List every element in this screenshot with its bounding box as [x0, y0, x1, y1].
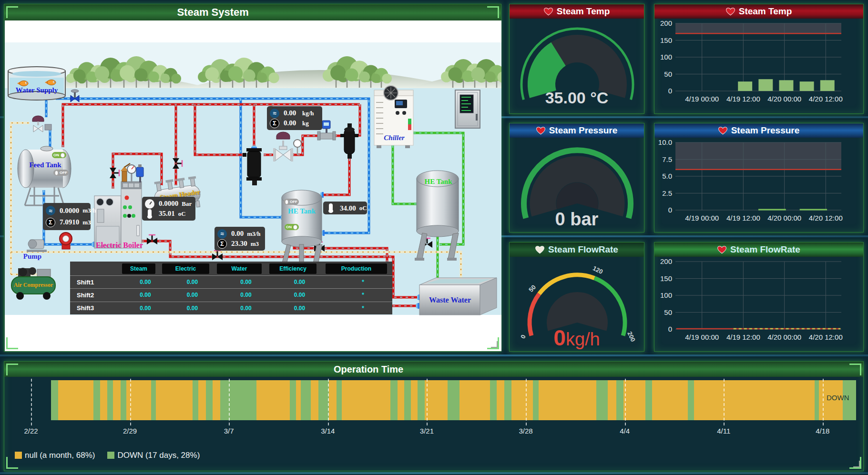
- timeline-segment: [198, 380, 206, 420]
- timeline-segment: [497, 380, 504, 420]
- svg-text:4/19 00:00: 4/19 00:00: [685, 333, 719, 341]
- table-header-Electric: Electric: [162, 263, 209, 274]
- feed-tank-off-switch[interactable]: OFF: [53, 170, 69, 176]
- table-header-Production: Production: [326, 263, 388, 274]
- sensor-box-boiler-status: 0.0000Bar35.01oC: [142, 197, 195, 221]
- chart-title-2: Steam FlowRate: [654, 243, 863, 257]
- timeline-segment: [533, 380, 539, 420]
- temp-icon: [145, 209, 154, 219]
- gauge-title-1: Steam Pressure: [510, 123, 644, 138]
- svg-text:50: 50: [527, 283, 537, 293]
- timeline-segment: [220, 380, 256, 420]
- timeline-segment: [418, 380, 425, 420]
- timeline-legend: null (a month, 68%)DOWN (17 days, 28%): [15, 451, 200, 460]
- chart-body-2: 0501001502004/19 00:004/19 12:004/20 00:…: [654, 257, 863, 351]
- svg-text:2.5: 2.5: [662, 189, 672, 197]
- timeline-date: 3/28: [519, 427, 532, 435]
- timeline-segment: [290, 380, 296, 420]
- gauge-title-0: Steam Temp: [510, 4, 644, 19]
- row-separator-3: [0, 354, 868, 356]
- heart-icon: [536, 127, 545, 135]
- timeline-date: 3/14: [321, 427, 335, 435]
- gauge-steam-temp-panel: Steam Temp35.00 °C: [509, 4, 644, 114]
- legend-item: DOWN (17 days, 28%): [107, 451, 200, 460]
- gauge-title-2: Steam FlowRate: [510, 243, 644, 257]
- he-tank-on-switch[interactable]: ON: [285, 224, 299, 230]
- svg-text:4/19 00:00: 4/19 00:00: [685, 214, 719, 222]
- timeline-segment: [596, 380, 608, 420]
- sensor-box-he-water-totals: ≈0.00m3/hΣ23.30m3: [214, 227, 265, 251]
- sum-icon: Σ: [270, 119, 279, 128]
- svg-text:4/19 12:00: 4/19 12:00: [726, 214, 760, 222]
- he-tank-off-switch[interactable]: OFF: [284, 199, 299, 205]
- timeline-segment: [490, 380, 497, 420]
- svg-text:4/19 12:00: 4/19 12:00: [726, 333, 760, 341]
- timeline-segment: [213, 380, 220, 420]
- timeline-date: 3/21: [420, 427, 434, 435]
- feed-tank-on-switch[interactable]: ON: [52, 152, 66, 158]
- table-row-Shift2: Shift20.000.000.000.00*: [70, 288, 392, 301]
- timeline-segment: [113, 380, 121, 420]
- timeline-segment: [206, 380, 213, 420]
- svg-text:0: 0: [668, 325, 672, 333]
- legend-item: null (a month, 68%): [15, 451, 95, 460]
- svg-text:4/20 00:00: 4/20 00:00: [767, 214, 801, 222]
- timeline-segment: [539, 380, 596, 420]
- svg-text:4/20 00:00: 4/20 00:00: [767, 95, 801, 103]
- steam-system-title: Steam System: [4, 4, 501, 20]
- water-supply-label: Water Supply: [9, 86, 65, 94]
- gauge-steam-flowrate-panel: Steam FlowRate0501202000kg/h: [509, 242, 644, 352]
- feed-tank-label: Feed Tank: [24, 161, 67, 169]
- operation-timeline: 2/222/293/73/143/213/284/44/114/18DOWNnu…: [4, 377, 863, 471]
- sensor-box-steam-flow-totals: ≈0.00kg/hΣ0.00kg: [267, 106, 322, 130]
- timeline-segment: [411, 380, 418, 420]
- chiller-label: Chiller: [375, 134, 413, 142]
- timeline-gridline: [229, 379, 230, 425]
- chart-title-1: Steam Pressure: [654, 123, 863, 138]
- sensor-box-feed-water-totals: ≈0.0000m3/hΣ7.0910m3: [43, 203, 91, 230]
- svg-text:200: 200: [660, 19, 672, 27]
- chart-steam-temp-panel: Steam Temp0501001502004/19 00:004/19 12:…: [654, 4, 864, 114]
- timeline-segment: [337, 380, 342, 420]
- chart-body-1: 02.55.07.510.04/19 00:004/19 12:004/20 0…: [654, 138, 863, 232]
- flow-icon: ≈: [46, 206, 55, 215]
- timeline-segment: [58, 380, 93, 420]
- timeline-date: 4/11: [717, 427, 730, 435]
- svg-text:0: 0: [668, 87, 672, 95]
- timeline-gridline: [31, 379, 32, 425]
- steam-system-panel: Steam System Water SupplyFeed TankPumpEl…: [4, 4, 501, 352]
- timeline-gridline: [526, 379, 527, 425]
- table-header-Efficiency: Efficiency: [269, 263, 317, 274]
- svg-text:4/20 12:00: 4/20 12:00: [809, 214, 843, 222]
- svg-text:150: 150: [660, 36, 672, 44]
- table-row-Shift3: Shift30.000.000.000.00*: [70, 302, 392, 314]
- sum-icon: Σ: [217, 239, 227, 249]
- timeline-segment: [256, 380, 290, 420]
- temp-icon: [326, 203, 336, 213]
- timeline-segment: [151, 380, 156, 420]
- svg-text:4/20 12:00: 4/20 12:00: [809, 333, 843, 341]
- down-label: DOWN: [827, 394, 849, 402]
- sum-icon: Σ: [46, 218, 55, 227]
- heart-icon: [544, 8, 553, 16]
- operation-time-panel: Operation Time 2/222/293/73/143/213/284/…: [4, 361, 864, 471]
- timeline-segment: [342, 380, 390, 420]
- svg-text:0: 0: [668, 206, 672, 214]
- svg-text:150: 150: [660, 274, 672, 283]
- chart-steam-pressure-panel: Steam Pressure02.55.07.510.04/19 00:004/…: [654, 123, 864, 232]
- timeline-segment: [616, 380, 623, 420]
- flow-icon: ≈: [270, 109, 279, 118]
- timeline-segment: [608, 380, 616, 420]
- timeline-segment: [193, 380, 198, 420]
- he-tank-right-label: HE Tank: [420, 178, 456, 186]
- operation-time-title: Operation Time: [4, 362, 863, 377]
- timeline-date: 4/4: [620, 427, 630, 435]
- timeline-segment: [425, 380, 448, 420]
- shift-table: SteamElectricWaterEfficiencyProductionSh…: [70, 262, 392, 314]
- timeline-segment: [460, 380, 490, 420]
- timeline-segment: [645, 380, 652, 420]
- gauge-value: 0kg/h: [510, 325, 644, 351]
- gauge-value: 0 bar: [510, 209, 644, 230]
- timeline-segment: [815, 380, 819, 420]
- svg-text:4/20 00:00: 4/20 00:00: [767, 333, 801, 341]
